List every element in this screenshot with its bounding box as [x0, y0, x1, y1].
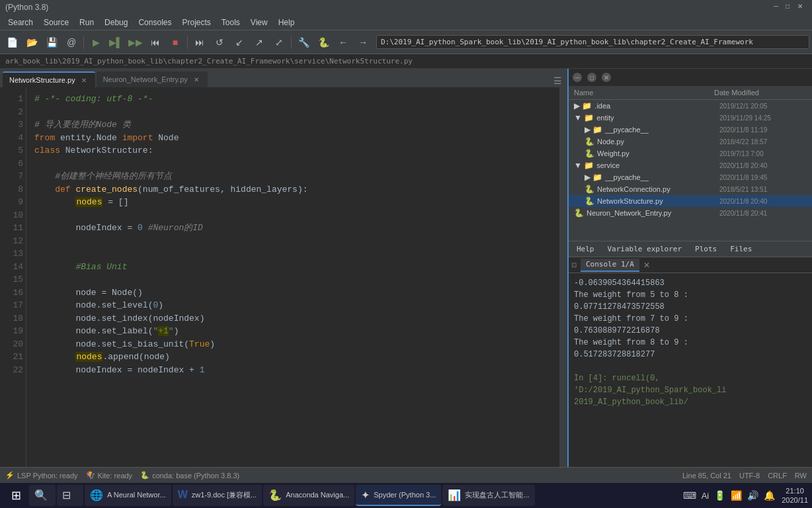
menu-source[interactable]: Source [38, 17, 74, 28]
start-button[interactable]: ⊞ [4, 485, 28, 506]
help-tab[interactable]: Help [571, 243, 600, 256]
taskbar-clock[interactable]: 21:10 2020/11 [782, 486, 808, 505]
variable-explorer-tab[interactable]: Variable explorer [602, 243, 688, 256]
tree-item-service-name: service [596, 161, 719, 169]
path-input[interactable]: D:\2019_AI_python_Spark_book_lib\2019_AI… [376, 35, 809, 49]
tree-item-neuron-entry[interactable]: 🐍 Neuron_Network_Entry.py 2020/11/8 20:4… [569, 207, 812, 219]
py-file-icon: 🐍 [585, 185, 594, 194]
status-bar: ⚡ LSP Python: ready 🪁 Kite: ready 🐍 cond… [0, 467, 812, 483]
clock-date: 2020/11 [782, 495, 808, 505]
notification-icon[interactable]: 🔔 [762, 489, 776, 502]
taskbar-spyder[interactable]: ✦ Spyder (Python 3... [356, 485, 441, 506]
tree-item-weight-py[interactable]: 🐍 Weight.py 2019/7/13 7:00 [569, 148, 812, 159]
menu-tools[interactable]: Tools [216, 17, 245, 28]
tab-neuron-entry-close[interactable]: ✕ [192, 75, 201, 84]
window-controls[interactable]: ─ □ ✕ [774, 3, 807, 12]
network-icon[interactable]: 📶 [729, 489, 743, 502]
files-tab[interactable]: Files [725, 243, 757, 256]
step-out-button[interactable]: ↗ [250, 33, 268, 52]
tree-item-pycache-entity[interactable]: ▶ 📁 __pycache__ 2020/11/8 11:19 [569, 124, 812, 136]
close-button[interactable]: ✕ [797, 3, 807, 12]
stop-button[interactable]: ■ [166, 33, 184, 52]
console-line-3: 0.07711278473572558 [574, 301, 807, 313]
tab-network-structure[interactable]: NetworkStructure.py ✕ [3, 71, 95, 87]
tree-item-idea[interactable]: ▶ 📁 .idea 2019/12/1 20:05 [569, 100, 812, 112]
editor-area: NetworkStructure.py ✕ Neuron_Network_Ent… [0, 69, 567, 467]
explorer-window-controls: ─ □ ✕ [569, 69, 812, 86]
back-button[interactable]: ← [334, 33, 352, 52]
keyboard-icon[interactable]: ⌨ [682, 489, 698, 502]
tree-item-network-connection-date: 2018/5/21 13:51 [719, 186, 812, 193]
tree-item-neuron-entry-name: Neuron_Network_Entry.py [587, 209, 719, 217]
python-button[interactable]: 🐍 [314, 33, 333, 52]
mode-status: RW [795, 472, 807, 480]
menu-consoles[interactable]: Consoles [133, 17, 177, 28]
run-cell-advance-button[interactable]: ▶▶ [126, 33, 145, 52]
tree-item-entity-date: 2019/11/29 14:25 [719, 114, 812, 122]
menu-projects[interactable]: Projects [177, 17, 216, 28]
console-line-10: 2019_AI_python_book_lib/ [574, 396, 807, 408]
step-into-button[interactable]: ⏮ [146, 33, 165, 52]
open-button[interactable]: 📂 [22, 33, 41, 52]
run-cell-button[interactable]: ▶▌ [106, 33, 125, 52]
file-tree: ▶ 📁 .idea 2019/12/1 20:05 ▼ 📁 entity 201… [569, 100, 812, 241]
console-line-2: The weight from 5 to 8 : [574, 289, 807, 301]
tree-item-node-py-name: Node.py [597, 138, 719, 146]
chrome-label: A Neural Networ... [107, 491, 166, 499]
minimize-button[interactable]: ─ [774, 3, 783, 12]
taskbar-ppt[interactable]: 📊 实现盘古人工智能... [442, 485, 534, 506]
battery-icon[interactable]: 🔋 [713, 489, 727, 502]
menu-view[interactable]: View [245, 17, 273, 28]
line-numbers: 12345 678910 1112131415 1617181920 2122 [0, 87, 26, 467]
volume-icon[interactable]: 🔊 [746, 489, 760, 502]
menu-debug[interactable]: Debug [99, 17, 133, 28]
code-line-6 [34, 157, 554, 171]
menu-help[interactable]: Help [273, 17, 300, 28]
lsp-icon: ⚡ [5, 471, 15, 480]
step-in-button[interactable]: ↙ [230, 33, 249, 52]
code-line-4: from entity.Node import Node [34, 132, 554, 145]
email-button[interactable]: @ [62, 33, 81, 52]
tree-item-entity[interactable]: ▼ 📁 entity 2019/11/29 14:25 [569, 112, 812, 124]
settings-button[interactable]: 🔧 [294, 33, 313, 52]
menu-run[interactable]: Run [74, 17, 99, 28]
tab-menu-button[interactable]: ☰ [551, 74, 565, 87]
spyder-icon: ✦ [361, 489, 370, 501]
tree-item-service[interactable]: ▼ 📁 service 2020/11/8 20:40 [569, 159, 812, 171]
line-col-text: Line 85, Col 21 [682, 472, 731, 480]
explorer-maximize[interactable]: □ [587, 73, 596, 82]
taskbar-word[interactable]: W zw1-9.doc [兼容模... [173, 485, 263, 506]
run-button[interactable]: ▶ [87, 33, 105, 52]
console-output[interactable]: -0.0639054364415863 The weight from 5 to… [569, 273, 812, 467]
maximize-editor-button[interactable]: ⤢ [270, 33, 288, 52]
tree-item-service-date: 2020/11/8 20:40 [719, 162, 812, 169]
menu-search[interactable]: Search [3, 17, 38, 28]
taskbar-chrome[interactable]: 🌐 A Neural Networ... [85, 485, 171, 506]
code-line-1: # -*- coding: utf-8 -*- [34, 93, 554, 106]
tab-network-structure-close[interactable]: ✕ [79, 75, 89, 85]
taskbar-task-view[interactable]: ⊟ [57, 485, 83, 506]
tab-neuron-entry[interactable]: Neuron_Network_Entry.py ✕ [97, 71, 208, 87]
save-button[interactable]: 💾 [42, 33, 61, 52]
editor-scrollbar[interactable] [559, 87, 567, 467]
explorer-close[interactable]: ✕ [602, 73, 611, 82]
debug-button[interactable]: ⏭ [190, 33, 209, 52]
conda-text: conda: base (Python 3.8.3) [152, 472, 239, 480]
step-over-button[interactable]: ↺ [210, 33, 229, 52]
console-close-button[interactable]: ✕ [643, 261, 650, 270]
new-file-button[interactable]: 📄 [3, 33, 21, 52]
explorer-minimize[interactable]: ─ [573, 73, 582, 82]
tree-item-network-structure[interactable]: 🐍 NetworkStructure.py 2020/11/8 20:40 [569, 195, 812, 207]
plots-tab[interactable]: Plots [690, 243, 722, 256]
tree-item-node-py[interactable]: 🐍 Node.py 2018/4/22 18:57 [569, 136, 812, 148]
taskbar-anaconda[interactable]: 🐍 Anaconda Naviga... [263, 485, 354, 506]
tree-item-pycache-service[interactable]: ▶ 📁 __pycache__ 2020/11/8 19:45 [569, 171, 812, 183]
code-line-14: #Bias Unit [34, 261, 554, 274]
taskbar-search[interactable]: 🔍 [29, 485, 56, 506]
forward-button[interactable]: → [354, 33, 372, 52]
maximize-button[interactable]: □ [786, 3, 795, 12]
eol-text: CRLF [768, 472, 787, 480]
tree-item-network-connection[interactable]: 🐍 NetworkConnection.py 2018/5/21 13:51 [569, 183, 812, 195]
console-tab[interactable]: Console 1/A [581, 259, 639, 272]
code-content[interactable]: # -*- coding: utf-8 -*- # 导入要使用的Node 类 f… [26, 87, 559, 467]
